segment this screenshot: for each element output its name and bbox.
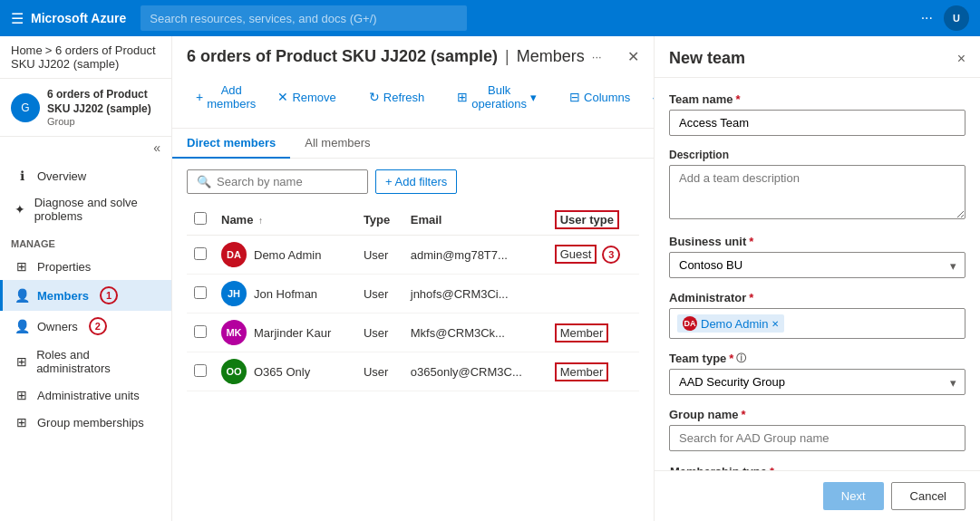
sidebar-item-diagnose[interactable]: ✦ Diagnose and solve problems [0, 189, 171, 229]
table-header-row: Name ↑ Type Email User type [187, 205, 639, 236]
administrator-tag: DA Demo Admin ✕ [677, 314, 784, 333]
search-box[interactable]: 🔍 [187, 169, 368, 194]
info-icon[interactable]: ⓘ [736, 352, 746, 365]
user-name: Demo Admin [254, 248, 321, 262]
more-toolbar-button[interactable]: ··· [643, 86, 654, 109]
refresh-button[interactable]: ↻ Refresh [360, 85, 434, 109]
cancel-button[interactable]: Cancel [891, 482, 965, 510]
sidebar-item-group-memberships[interactable]: ⊞ Group memberships [0, 409, 171, 436]
sidebar-item-properties[interactable]: ⊞ Properties [0, 253, 171, 280]
email-cell: admin@mg78T7... [403, 236, 548, 275]
sidebar-item-admin-units[interactable]: ⊞ Administrative units [0, 381, 171, 409]
admin-units-icon: ⊞ [14, 388, 30, 402]
name-column-header[interactable]: Name ↑ [214, 205, 356, 236]
search-input[interactable] [217, 175, 358, 188]
sidebar-item-overview[interactable]: ℹ Overview [0, 162, 171, 189]
select-all-header [187, 205, 214, 236]
entity-info: 6 orders of Product SKU JJ202 (sample) G… [47, 88, 160, 127]
team-name-input[interactable] [669, 110, 965, 136]
bulk-ops-label: Bulk operations [471, 83, 527, 111]
team-name-group: Team name * [669, 92, 965, 136]
properties-icon: ⊞ [14, 259, 30, 274]
email-cell: jnhofs@CRM3Ci... [403, 275, 548, 314]
breadcrumb[interactable]: Home > 6 orders of Product SKU JJ202 (sa… [0, 36, 171, 79]
annotation-2: 2 [89, 317, 107, 335]
user-avatar: OO [221, 359, 247, 384]
team-type-label: Team type * ⓘ [669, 352, 965, 365]
user-type-value: Member [555, 362, 609, 381]
business-unit-select[interactable]: Contoso BU [669, 252, 965, 278]
row-checkbox-cell [187, 314, 214, 352]
user-avatar[interactable]: U [944, 5, 969, 31]
user-type-cell: Member [548, 314, 639, 352]
membership-type-group: Membership type * Members and guests ▾ M… [669, 464, 965, 470]
row-checkbox[interactable] [194, 325, 207, 338]
sidebar-item-roles[interactable]: ⊞ Roles and administrators [0, 342, 171, 381]
columns-button[interactable]: ⊟ Columns [560, 85, 639, 109]
administrator-tag-input[interactable]: DA Demo Admin ✕ [669, 308, 965, 339]
user-avatar: MK [221, 320, 247, 345]
content-close-button[interactable]: ✕ [627, 48, 639, 65]
bulk-operations-button[interactable]: ⊞ Bulk operations ▾ [448, 79, 546, 115]
table-row: DA Demo Admin User admin@mg78T7... Guest… [187, 236, 639, 275]
info-icon: ℹ [14, 169, 30, 183]
sidebar-item-label: Members [37, 289, 89, 303]
content-more-icon[interactable]: ··· [592, 50, 602, 63]
content-tabs: Direct members All members [172, 129, 654, 159]
membership-type-label: Membership type * [669, 464, 965, 470]
team-name-label: Team name * [669, 92, 965, 106]
administrator-group: Administrator * DA Demo Admin ✕ [669, 291, 965, 339]
required-indicator: * [749, 291, 753, 304]
user-type-column-header[interactable]: User type [548, 205, 639, 236]
table-row: OO O365 Only User o365only@CRM3C... Memb… [187, 352, 639, 391]
administrator-label: Administrator * [669, 291, 965, 304]
sidebar-collapse-button[interactable]: « [0, 137, 171, 159]
row-checkbox[interactable] [194, 286, 207, 299]
group-memberships-icon: ⊞ [14, 415, 30, 429]
tab-direct-members[interactable]: Direct members [172, 129, 290, 159]
sidebar-item-members[interactable]: 👤 Members 1 [0, 280, 171, 311]
tab-all-members[interactable]: All members [290, 129, 384, 159]
row-checkbox[interactable] [194, 364, 207, 377]
add-filter-button[interactable]: + Add filters [375, 169, 457, 194]
team-type-select[interactable]: AAD Security Group [669, 369, 965, 395]
row-checkbox[interactable] [194, 247, 207, 260]
remove-icon: ✕ [277, 90, 288, 104]
hamburger-icon[interactable]: ☰ [11, 10, 24, 27]
main-layout: Home > 6 orders of Product SKU JJ202 (sa… [0, 36, 980, 521]
entity-subtitle: Group [47, 116, 160, 127]
content-title-separator: | [505, 47, 509, 66]
owners-icon: 👤 [14, 319, 30, 333]
more-options-icon[interactable]: ··· [921, 10, 933, 26]
global-search-input[interactable] [141, 5, 467, 31]
tag-remove-icon[interactable]: ✕ [771, 319, 779, 329]
sort-icon: ↑ [258, 216, 263, 226]
content-title-row: 6 orders of Product SKU JJ202 (sample) |… [187, 47, 639, 66]
panel-close-button[interactable]: × [957, 51, 965, 67]
content-body: 🔍 + Add filters Name ↑ Type Email [172, 159, 654, 521]
panel-header: New team × [655, 36, 980, 78]
administrator-search-input[interactable] [788, 317, 957, 331]
table-row: JH Jon Hofman User jnhofs@CRM3Ci... [187, 275, 639, 314]
user-type-value: Member [555, 323, 609, 343]
bulk-icon: ⊞ [457, 90, 468, 104]
required-indicator: * [742, 408, 746, 421]
row-checkbox-cell [187, 352, 214, 391]
user-type-cell: Guest3 [548, 236, 639, 275]
email-column-header[interactable]: Email [403, 205, 548, 236]
next-button[interactable]: Next [823, 482, 884, 510]
group-name-input[interactable] [669, 425, 965, 451]
team-type-group: Team type * ⓘ AAD Security Group ▾ [669, 352, 965, 395]
annotation-3: 3 [602, 246, 620, 264]
content-area: 6 orders of Product SKU JJ202 (sample) |… [172, 36, 654, 521]
add-members-button[interactable]: + Add members [187, 79, 265, 115]
breadcrumb-home[interactable]: Home [11, 43, 43, 57]
type-cell: User [356, 352, 403, 391]
remove-button[interactable]: ✕ Remove [268, 85, 344, 109]
type-column-header[interactable]: Type [356, 205, 403, 236]
description-textarea[interactable] [669, 165, 965, 219]
sidebar-item-label: Owners [37, 320, 78, 333]
top-nav-right: ··· U [921, 5, 969, 31]
sidebar-item-owners[interactable]: 👤 Owners 2 [0, 311, 171, 342]
select-all-checkbox[interactable] [194, 212, 207, 225]
